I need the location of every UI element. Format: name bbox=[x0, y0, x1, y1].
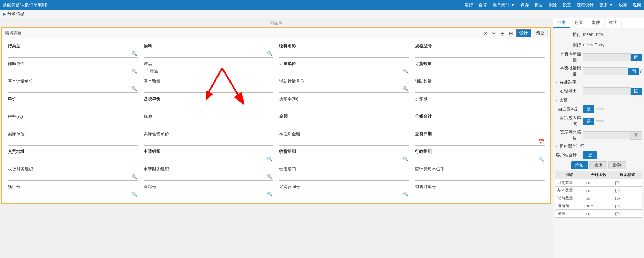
tab-events[interactable]: 事件 bbox=[587, 18, 605, 28]
field-input-jiashuiheji[interactable] bbox=[415, 120, 545, 128]
field-input-jiliangdanwei[interactable]: 🔍 bbox=[279, 67, 409, 75]
field-cell-jibenjiliang: 基本计量单位 🔍 bbox=[5, 77, 141, 95]
field-input-caigou[interactable]: 🔍 bbox=[279, 191, 409, 198]
search-icon-xingleixing[interactable]: 🔍 bbox=[132, 51, 137, 56]
search-icon-fuzhushuxing[interactable]: 🔍 bbox=[132, 69, 137, 74]
field-label-shuie: 税额 bbox=[144, 114, 274, 120]
prop-btn-batchcarry-fixed[interactable]: 固 bbox=[628, 68, 639, 75]
prop-input-batchcarry[interactable] bbox=[583, 67, 628, 75]
field-input-shijijian[interactable] bbox=[8, 138, 138, 146]
field-input-fuzhushuliang[interactable] bbox=[415, 85, 545, 93]
prop-row-autoadapt: 自适应×器... 是 bbox=[555, 105, 642, 113]
action-save[interactable]: 保存 bbox=[520, 2, 529, 8]
field-input-jibenjiliang[interactable]: 🔍 bbox=[8, 85, 138, 93]
action-settings[interactable]: 设置 bbox=[563, 2, 571, 8]
toggle-autoadapt-no[interactable] bbox=[596, 108, 604, 110]
field-input-xiangmuhao[interactable]: 🔍 bbox=[8, 191, 138, 198]
field-input-hanshuidan[interactable] bbox=[144, 103, 274, 110]
zengpin-checkbox-row: 赠品 bbox=[144, 68, 158, 74]
field-input-fuzhushuxing[interactable]: 🔍 bbox=[8, 67, 138, 75]
search-icon-fuzhujiliang[interactable]: 🔍 bbox=[403, 86, 409, 91]
action-back[interactable]: 返回 bbox=[633, 2, 641, 8]
calendar-icon-jiaohuo[interactable]: 📅 bbox=[538, 139, 544, 144]
add-summary-button[interactable]: 增加 bbox=[571, 161, 588, 169]
preview-button[interactable]: 预览 bbox=[533, 30, 548, 37]
close-icon[interactable]: ✕ bbox=[482, 30, 489, 37]
center-content: 列布局 编辑表格 ✕ ✂ ⊞ ⊟ 设计 预览 bbox=[0, 18, 553, 258]
toggle-autocontent-no[interactable] bbox=[596, 120, 604, 122]
field-input-zhekoulv[interactable] bbox=[279, 103, 409, 110]
action-component[interactable]: 整单元件 ▼ bbox=[493, 2, 515, 8]
action-calc[interactable]: 合算 bbox=[479, 2, 487, 8]
field-input-shijihanshuidan[interactable] bbox=[144, 138, 274, 146]
design-button[interactable]: 设计 bbox=[516, 29, 531, 37]
field-input-genzong[interactable]: 🔍 bbox=[144, 191, 274, 198]
search-icon-shenqingcaiwu[interactable]: 🔍 bbox=[267, 174, 273, 179]
tab-advanced[interactable]: 高级 bbox=[570, 18, 587, 28]
columns-icon[interactable]: ⊟ bbox=[507, 30, 514, 37]
prop-btn-widthscale-no[interactable]: 否 bbox=[630, 131, 642, 140]
tab-common[interactable]: 常用 bbox=[553, 18, 570, 28]
zengpin-checkbox[interactable] bbox=[144, 69, 148, 73]
prop-value-deleterow: deleteEntry... bbox=[583, 43, 642, 47]
search-icon-genzong[interactable]: 🔍 bbox=[267, 192, 273, 197]
question-icon-batchcarry[interactable]: ? bbox=[639, 69, 642, 74]
field-input-shiyongbumen[interactable] bbox=[279, 173, 409, 181]
summary-cell-col: 订货数量 bbox=[555, 179, 584, 187]
search-icon-jiliangdanwei[interactable]: 🔍 bbox=[403, 69, 409, 74]
action-more[interactable]: 更多 ▼ bbox=[599, 2, 613, 8]
field-cell-jibenshuliang: 基本数量 bbox=[141, 77, 277, 95]
field-label-genzong: 跟踪号 bbox=[144, 184, 274, 190]
tab-style[interactable]: 样式 bbox=[605, 18, 622, 28]
prop-btn-floatedit-fixed[interactable]: 固 bbox=[631, 54, 642, 61]
field-input-wuliao[interactable]: 🔍 bbox=[144, 50, 274, 58]
search-icon-xingzheng[interactable]: 🔍 bbox=[538, 156, 544, 162]
search-icon-wuliao[interactable]: 🔍 bbox=[267, 51, 273, 56]
field-input-jiaohuo[interactable]: 📅 bbox=[415, 138, 545, 146]
field-input-yingji[interactable] bbox=[415, 173, 545, 181]
action-submit[interactable]: 提交 bbox=[535, 2, 543, 8]
field-input-zhekoue[interactable] bbox=[415, 103, 545, 110]
action-run[interactable]: 运行 bbox=[465, 2, 473, 8]
prop-btn-rightexport-fixed[interactable]: 固 bbox=[631, 88, 642, 95]
search-icon-shenqing[interactable]: 🔍 bbox=[267, 156, 273, 162]
action-delete[interactable]: 删除 bbox=[549, 2, 557, 8]
edit-summary-button[interactable]: 修改 bbox=[589, 161, 607, 169]
toggle-autoadapt-yes[interactable]: 是 bbox=[583, 105, 594, 113]
field-input-guigexinghao[interactable] bbox=[415, 50, 545, 58]
search-icon-caigou[interactable]: 🔍 bbox=[403, 192, 409, 197]
search-icon-xiangmuhao[interactable]: 🔍 bbox=[132, 192, 137, 197]
field-input-shuilv[interactable] bbox=[8, 120, 138, 128]
is-btn-customersum[interactable]: 是 bbox=[583, 151, 597, 159]
field-label-shiyongbumen: 使用部门 bbox=[279, 166, 409, 172]
action-discard[interactable]: 放弃 bbox=[619, 2, 627, 8]
search-icon-jibenjiliang[interactable]: 🔍 bbox=[132, 86, 137, 91]
field-input-benweibi[interactable] bbox=[279, 138, 409, 146]
delete-summary-button[interactable]: 删除 bbox=[608, 161, 626, 169]
field-input-dinghuo[interactable] bbox=[415, 67, 545, 75]
field-input-jibenshuliang[interactable] bbox=[144, 85, 274, 93]
search-icon-shougoucaiwu[interactable]: 🔍 bbox=[132, 174, 137, 179]
field-input-fuzhujiliang[interactable]: 🔍 bbox=[279, 85, 409, 93]
prop-input-rightexport[interactable] bbox=[583, 87, 631, 95]
field-input-shougou[interactable]: 🔍 bbox=[279, 155, 409, 163]
field-input-shenqingcaiwu[interactable]: 🔍 bbox=[144, 173, 274, 181]
cut-icon[interactable]: ✂ bbox=[491, 30, 498, 37]
field-input-xiaoshou[interactable] bbox=[415, 191, 545, 198]
summary-cell-col: 辅助数量 bbox=[555, 194, 584, 202]
field-input-jine[interactable] bbox=[279, 120, 409, 128]
field-input-shougoucaiwu[interactable]: 🔍 bbox=[8, 173, 138, 181]
field-input-xingzheng[interactable]: 🔍 bbox=[415, 155, 545, 163]
grid-icon[interactable]: ⊞ bbox=[499, 30, 506, 37]
prop-input-floatedit[interactable] bbox=[583, 53, 631, 61]
toggle-autocontent-yes[interactable]: 是 bbox=[583, 118, 594, 125]
field-input-wuliaomingcheng[interactable] bbox=[279, 50, 409, 58]
field-input-shuie[interactable] bbox=[144, 120, 274, 128]
field-input-xingleixing[interactable]: 🔍 bbox=[8, 50, 138, 58]
field-input-danjia[interactable] bbox=[8, 103, 138, 110]
search-icon-shougou[interactable]: 🔍 bbox=[403, 156, 409, 162]
action-flow-design[interactable]: 流程设计 bbox=[577, 2, 594, 8]
prop-input-widthscale[interactable] bbox=[583, 131, 630, 139]
field-input-jiaohuo-addr[interactable] bbox=[8, 155, 138, 163]
field-input-shenqing[interactable]: 🔍 bbox=[144, 155, 274, 163]
